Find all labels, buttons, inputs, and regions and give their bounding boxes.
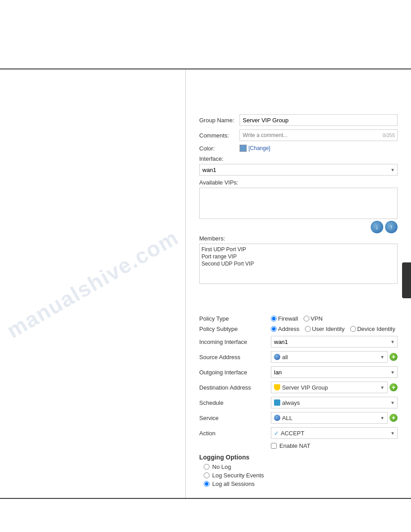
logging-no-log: No Log [199,463,398,470]
color-row: Color: [Change] [199,145,398,152]
policy-subtype-device-identity-radio[interactable] [350,326,356,332]
service-label: Service [199,415,271,421]
enable-nat-checkbox[interactable] [271,443,277,449]
outgoing-interface-select[interactable]: lan [271,366,398,378]
logging-title: Logging Options [199,454,398,461]
policy-subtype-device-identity-label: Device Identity [357,326,395,332]
comments-input[interactable] [240,129,398,141]
service-add-button[interactable]: + [390,414,398,422]
policy-subtype-device-identity[interactable]: Device Identity [350,326,395,332]
schedule-wrap: always ▼ [271,397,398,408]
source-address-arrow: ▼ [380,355,385,360]
schedule-value: always [282,399,300,406]
policy-subtype-user-identity[interactable]: User Identity [305,326,345,332]
enable-nat-row: Enable NAT [199,442,398,449]
logging-security-events: Log Security Events [199,472,398,479]
comments-label: Comments: [199,132,240,139]
service-row: Service ALL ▼ + [199,412,398,424]
members-label: Members: [199,235,398,242]
enable-nat-label: Enable NAT [279,442,310,449]
action-row: Action ✓ ACCEPT ▼ [199,427,398,439]
watermark: manualshive.com [3,224,183,343]
service-select-wrap: ALL ▼ [271,412,388,424]
server-group-section: Group Name: Comments: 0/255 Color: [Chan… [199,114,398,284]
left-panel: manualshive.com [0,69,186,498]
arrow-buttons: ↓ ↑ [199,221,398,233]
schedule-arrow: ▼ [390,400,395,405]
color-swatch [240,145,247,152]
source-address-select-wrap: all ▼ [271,351,388,363]
color-label: Color: [199,145,240,152]
service-icon [274,415,280,421]
interface-row: Interface: wan1 ▼ [199,155,398,176]
schedule-row: Schedule always ▼ [199,397,398,408]
right-tab [402,262,411,298]
destination-address-label: Destination Address [199,384,271,391]
outgoing-interface-wrap: lan ▼ [271,366,398,378]
comments-row: Comments: 0/255 [199,129,398,141]
member-item-3: Second UDP Port VIP [201,260,395,267]
group-name-input[interactable] [240,114,398,126]
schedule-icon [274,399,280,406]
members-list[interactable]: First UDP Port VIP Port range VIP Second… [199,244,398,284]
policy-type-vpn[interactable]: VPN [304,315,323,322]
policy-type-options: Firewall VPN [271,315,323,322]
incoming-interface-select[interactable]: wan1 [271,336,398,348]
logging-security-events-radio[interactable] [204,472,210,478]
members-section: Members: First UDP Port VIP Port range V… [199,235,398,284]
logging-all-sessions-label: Log all Sessions [212,481,255,487]
move-up-button[interactable]: ↑ [385,221,398,233]
destination-address-wrap: Server VIP Group ▼ + [271,382,398,393]
source-address-row: Source Address all ▼ + [199,351,398,363]
action-label: Action [199,430,271,437]
policy-subtype-address[interactable]: Address [271,326,300,332]
move-down-button[interactable]: ↓ [371,221,383,233]
policy-type-firewall[interactable]: Firewall [271,315,298,322]
page: manualshive.com Group Name: Comments: 0/… [0,0,411,532]
source-address-icon [274,354,280,360]
main-content: manualshive.com Group Name: Comments: 0/… [0,69,411,499]
policy-type-firewall-radio[interactable] [271,316,277,322]
comments-counter: 0/255 [382,133,395,138]
interface-select[interactable]: wan1 [199,164,398,176]
policy-subtype-address-label: Address [278,326,300,332]
logging-no-log-label: No Log [212,463,231,470]
service-arrow: ▼ [380,416,385,420]
policy-type-vpn-label: VPN [311,315,323,322]
policy-subtype-label: Policy Subtype [199,326,271,332]
policy-subtype-user-identity-label: User Identity [312,326,345,332]
destination-address-arrow: ▼ [380,385,385,390]
action-arrow: ▼ [390,431,395,436]
policy-type-row: Policy Type Firewall VPN [199,315,398,322]
destination-address-select-wrap: Server VIP Group ▼ [271,382,388,393]
destination-address-add-button[interactable]: + [390,383,398,391]
destination-address-row: Destination Address Server VIP Group ▼ + [199,382,398,393]
available-vips-list[interactable] [199,188,398,219]
policy-type-firewall-label: Firewall [278,315,298,322]
right-panel: Group Name: Comments: 0/255 Color: [Chan… [186,69,411,498]
interface-select-wrap: wan1 ▼ [199,164,398,176]
schedule-label: Schedule [199,399,271,406]
incoming-interface-row: Incoming Interface wan1 ▼ [199,336,398,348]
policy-type-label: Policy Type [199,315,271,322]
service-value: ALL [282,415,292,421]
policy-section: Policy Type Firewall VPN Polic [199,315,398,487]
policy-type-vpn-radio[interactable] [304,316,309,322]
outgoing-interface-row: Outgoing Interface lan ▼ [199,366,398,378]
source-address-add-button[interactable]: + [390,353,398,361]
source-address-wrap: all ▼ + [271,351,398,363]
available-vips-section: Available VIPs: [199,179,398,219]
logging-no-log-radio[interactable] [204,464,210,470]
comments-input-wrap: 0/255 [240,129,398,141]
destination-address-icon [274,384,280,390]
action-check-icon: ✓ [274,430,279,437]
policy-subtype-row: Policy Subtype Address User Identity [199,326,398,332]
available-vips-label: Available VIPs: [199,179,398,186]
member-item-1: First UDP Port VIP [201,246,395,253]
action-value: ACCEPT [281,430,304,437]
logging-all-sessions-radio[interactable] [204,481,210,487]
color-change-link[interactable]: [Change] [248,145,270,151]
logging-security-events-label: Log Security Events [212,472,264,479]
policy-subtype-user-identity-radio[interactable] [305,326,311,332]
policy-subtype-address-radio[interactable] [271,326,277,332]
